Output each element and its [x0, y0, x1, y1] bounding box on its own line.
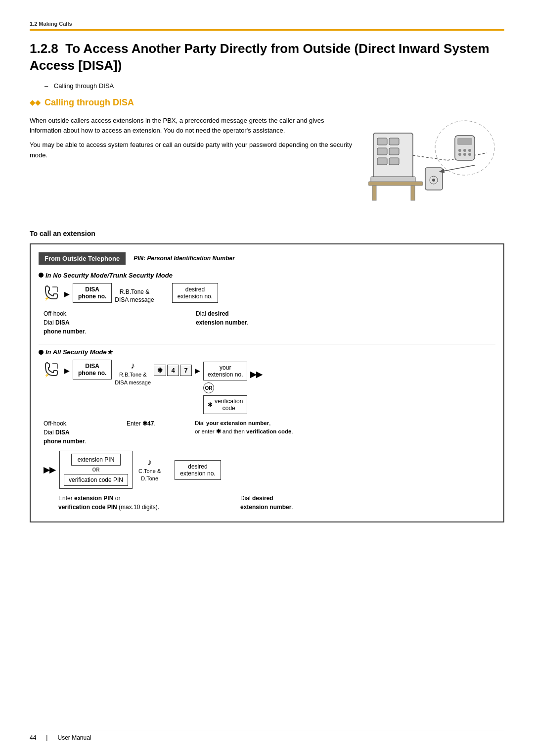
- double-arrow-right: ▶▶: [250, 370, 262, 379]
- phone-icon: ⚡: [44, 285, 61, 301]
- svg-rect-4: [389, 148, 399, 155]
- subsection-title: To call an extension: [30, 230, 504, 237]
- diagram-header: From Outside Telephone PIN: Personal Ide…: [39, 252, 495, 265]
- svg-rect-6: [389, 158, 399, 165]
- dial-your-ext-label: Dial your extension number,or enter ✱ an…: [195, 420, 293, 434]
- svg-point-14: [463, 149, 466, 152]
- music-note-icon: ♪: [131, 361, 135, 371]
- enter-ext-pin-label: Enter extension PIN orverification code …: [58, 495, 159, 511]
- phone-col: ⚡: [44, 285, 61, 301]
- mode2-note-right: Dial your extension number,or enter ✱ an…: [195, 419, 495, 446]
- music-note-icon-2: ♪: [147, 457, 152, 468]
- mode2-notes-bottom: Enter extension PIN orverification code …: [39, 494, 495, 514]
- svg-line-8: [413, 155, 447, 160]
- pin-note: PIN: Personal Identification Number: [134, 255, 235, 262]
- svg-rect-21: [411, 186, 415, 200]
- mode1-note-left: Off-hook. Dial DISA phone number.: [44, 309, 142, 336]
- arrow1: ▶: [64, 290, 70, 298]
- pin-group-box: extension PIN OR verification code PIN: [59, 451, 133, 489]
- svg-point-18: [468, 153, 471, 156]
- dial-disa2-label: Dial DISAphone number.: [44, 429, 87, 445]
- from-outside-label: From Outside Telephone: [39, 252, 126, 265]
- svg-rect-19: [368, 182, 423, 186]
- svg-point-16: [458, 153, 461, 156]
- chapter-title: 1.2.8 To Access Another Party Directly f…: [30, 41, 504, 74]
- svg-rect-3: [377, 148, 387, 155]
- desired-ext-col: desired extension no.: [172, 283, 218, 303]
- mode2-flow-bottom: ▶▶ extension PIN OR verification code PI…: [39, 451, 495, 489]
- mode1-text: In No Security Mode/Trunk Security Mode: [45, 272, 173, 279]
- rb-disa-label: R.B.Tone &DISA message: [115, 371, 151, 386]
- your-ext-box: your extension no.: [203, 362, 247, 380]
- mode1-notes: Off-hook. Dial DISA phone number. Dial d…: [39, 309, 495, 340]
- phone-col-2: ⚡: [44, 362, 61, 378]
- svg-rect-1: [377, 138, 387, 145]
- mode2-notes-top: Off-hook. Dial DISAphone number. Enter ✱…: [39, 419, 495, 446]
- desired-ext-box-2: desired extension no.: [175, 460, 221, 480]
- mode2-text: In All Security Mode★: [45, 348, 113, 356]
- svg-rect-12: [457, 138, 472, 145]
- content-area: When outside callers access extensions i…: [30, 116, 504, 215]
- disa-phone-box: DISA phone no.: [73, 283, 112, 303]
- section-label: 1.2 Making Calls: [30, 21, 72, 27]
- ctone-dtone-label: C.Tone &D.Tone: [138, 468, 161, 483]
- page: 1.2 Making Calls 1.2.8 To Access Another…: [0, 0, 534, 756]
- double-arrow-left: ▶▶: [44, 465, 55, 474]
- phone-number-label: phone number.: [44, 328, 87, 335]
- svg-point-13: [458, 149, 461, 152]
- diagram-box: From Outside Telephone PIN: Personal Ide…: [30, 243, 504, 523]
- or-row: OR: [203, 382, 247, 393]
- ext-or-verif-group: your extension no. OR ✱ verificationcode: [203, 362, 247, 414]
- mode2-note-bottom-left: Enter extension PIN orverification code …: [58, 494, 197, 512]
- rb-tone-label: R.B.Tone &DISA message: [115, 288, 154, 305]
- svg-text:⚡: ⚡: [44, 373, 49, 378]
- mode1-flow: ⚡ ▶ DISA phone no. R.B.Tone &DISA messag…: [39, 283, 495, 305]
- rb-tone-col: R.B.Tone &DISA message: [115, 288, 154, 305]
- dial-disa-label: Dial DISA: [44, 319, 70, 326]
- disa-illustration: [368, 118, 502, 212]
- text-block: When outside callers access extensions i…: [30, 116, 356, 215]
- illustration-area: [366, 116, 504, 215]
- verif-code-box: ✱ verificationcode: [203, 395, 247, 414]
- desired-ext-box: desired extension no.: [172, 283, 218, 303]
- key7-box: 7: [180, 365, 192, 376]
- arrow2a: ▶: [64, 367, 70, 375]
- svg-rect-20: [372, 186, 376, 200]
- mode1-label: In No Security Mode/Trunk Security Mode: [39, 272, 495, 279]
- mode2-note-left: Off-hook. Dial DISAphone number.: [44, 419, 113, 446]
- page-footer: 44 | User Manual: [30, 730, 504, 741]
- bullet-icon-2: [39, 350, 44, 355]
- star47-keys: ✱ 4 7: [154, 365, 192, 376]
- bullet-icon: [39, 273, 44, 278]
- offhook2-text: Off-hook.: [44, 420, 68, 427]
- extension-number-label: extension number.: [196, 319, 249, 326]
- page-number: 44: [30, 734, 36, 741]
- offhook-text: Off-hook.: [44, 310, 68, 317]
- key4-box: 4: [167, 365, 179, 376]
- body-paragraph-1: When outside callers access extensions i…: [30, 116, 356, 137]
- rb-music-col: ♪ R.B.Tone &DISA message: [115, 361, 151, 386]
- mode2-label: In All Security Mode★: [39, 348, 495, 356]
- disa-phone-box-2: DISA phone no.: [73, 360, 112, 379]
- separator: [39, 344, 495, 344]
- star-key-box: ✱: [154, 365, 166, 376]
- disa-box-col-2: DISA phone no.: [73, 360, 112, 379]
- footer-label: User Manual: [57, 734, 91, 741]
- section-heading: ◆◆ Calling through DISA: [30, 97, 504, 108]
- or-circle: OR: [203, 382, 214, 393]
- mode1-note-right: Dial desired extension number.: [196, 309, 495, 336]
- dial-desired-label: Dial desired: [196, 310, 229, 317]
- arrow2b: ▶: [195, 367, 200, 375]
- phone-icon-2: ⚡: [44, 362, 61, 378]
- diamond-icon: ◆◆: [30, 98, 41, 106]
- body-paragraph-2: You may be able to access system feature…: [30, 140, 356, 161]
- ctone-col: ♪ C.Tone &D.Tone: [138, 457, 161, 483]
- footer-divider: |: [46, 734, 47, 741]
- svg-rect-5: [377, 158, 387, 165]
- ext-pin-box: extension PIN: [71, 454, 121, 466]
- toc-item: – Calling through DISA: [44, 82, 504, 90]
- svg-rect-2: [389, 138, 399, 145]
- star-verif-icon: ✱: [208, 401, 213, 408]
- svg-point-17: [463, 153, 466, 156]
- or-label-2: OR: [92, 467, 100, 472]
